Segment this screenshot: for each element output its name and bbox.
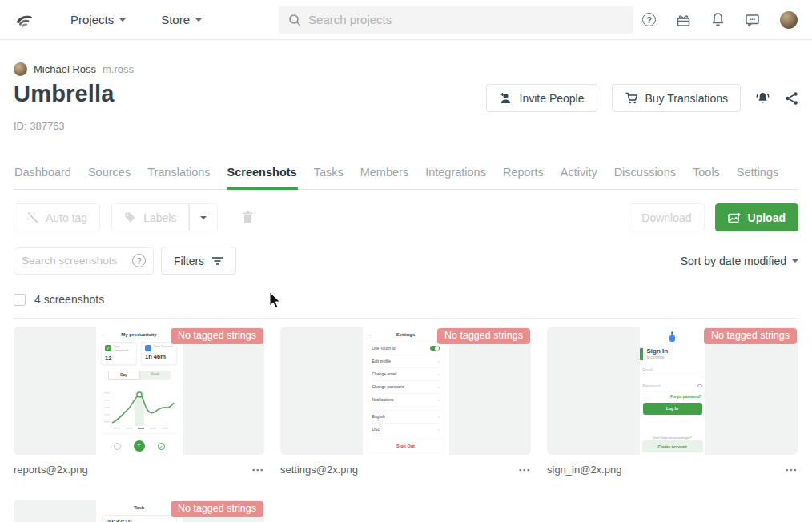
- tab-tasks[interactable]: Tasks: [313, 159, 344, 190]
- screenshot-thumbnail[interactable]: Sign In to continue Email Password Forgo…: [547, 327, 798, 455]
- auto-tag-button[interactable]: Auto tag: [14, 203, 100, 231]
- more-options-button[interactable]: ⋯: [251, 466, 264, 474]
- delete-button[interactable]: [242, 211, 254, 224]
- person-add-icon: [499, 92, 513, 104]
- image-upload-icon: [728, 212, 741, 223]
- done-icon: ✓: [158, 443, 165, 450]
- select-all-checkbox[interactable]: [14, 294, 26, 306]
- invite-people-button[interactable]: Invite People: [486, 84, 597, 112]
- status-badge: No tagged strings: [704, 328, 797, 344]
- upload-label: Upload: [748, 211, 786, 224]
- auto-tag-label: Auto tag: [46, 211, 87, 224]
- share-button[interactable]: [785, 91, 798, 106]
- check-icon: ✓: [105, 345, 111, 351]
- project-owner[interactable]: Michael Ross m.ross: [14, 62, 798, 76]
- filters-label: Filters: [174, 255, 204, 267]
- gift-icon: [676, 13, 691, 27]
- screenshots-count: 4 screenshots: [34, 293, 104, 306]
- user-avatar[interactable]: [780, 11, 798, 29]
- tab-members[interactable]: Members: [360, 159, 409, 190]
- add-icon: +: [134, 440, 145, 452]
- help-button[interactable]: ?: [642, 13, 656, 26]
- screenshot-card-signin: Sign In to continue Email Password Forgo…: [547, 327, 798, 476]
- page-title: Umbrella: [14, 81, 115, 107]
- project-tabs: Dashboard Sources Translations Screensho…: [14, 159, 798, 190]
- bell-ring-icon: [755, 90, 770, 106]
- sort-dropdown[interactable]: Sort by date modified: [681, 255, 798, 267]
- chat-icon: [745, 13, 760, 27]
- status-badge: No tagged strings: [171, 501, 263, 517]
- projects-search-box: [279, 6, 633, 34]
- tab-integrations[interactable]: Integrations: [424, 159, 487, 190]
- nav-projects-label: Projects: [70, 13, 114, 26]
- tab-tools[interactable]: Tools: [692, 159, 721, 190]
- screenshot-thumbnail[interactable]: ← My productivity ✓ Task Completed 12: [14, 327, 264, 455]
- messages-button[interactable]: [745, 13, 760, 27]
- screenshot-filename[interactable]: sign_in@2x.png: [547, 464, 621, 476]
- back-arrow-icon: ←: [102, 332, 107, 337]
- more-options-button[interactable]: ⋯: [518, 466, 531, 474]
- screenshot-thumbnail[interactable]: Task 00:32:10 › Mowe Project: [14, 500, 264, 522]
- screenshot-card-task: Task 00:32:10 › Mowe Project: [14, 500, 264, 522]
- trash-icon: [242, 211, 254, 224]
- search-help-icon[interactable]: ?: [132, 254, 146, 267]
- help-icon: ?: [642, 13, 656, 26]
- crowdin-logo-icon[interactable]: [14, 11, 35, 29]
- filter-icon: [211, 256, 223, 266]
- labels-button[interactable]: Labels: [111, 203, 189, 231]
- thumb-title: Settings: [396, 332, 416, 337]
- tab-dashboard[interactable]: Dashboard: [14, 159, 72, 190]
- tag-icon: [124, 211, 136, 223]
- tab-settings[interactable]: Settings: [736, 159, 779, 190]
- subscribe-notifications-button[interactable]: [755, 90, 770, 106]
- chevron-down-icon: [200, 216, 207, 219]
- owner-username: m.ross: [103, 63, 134, 75]
- thumb-title: Task: [134, 505, 144, 510]
- magic-wand-icon: [26, 211, 38, 223]
- sign-out-label: Sign Out: [368, 440, 444, 452]
- screenshot-thumbnail[interactable]: ← Settings Use Touch Id Edit profile› Ch…: [280, 327, 531, 455]
- labels-dropdown-button[interactable]: [189, 203, 218, 231]
- download-label: Download: [641, 211, 691, 224]
- buy-translations-button[interactable]: Buy Translations: [612, 84, 742, 112]
- notifications-button[interactable]: [711, 12, 725, 27]
- tab-discussions[interactable]: Discussions: [613, 159, 677, 190]
- invite-people-label: Invite People: [520, 92, 585, 105]
- nav-store-label: Store: [161, 13, 190, 26]
- buy-translations-label: Buy Translations: [645, 92, 729, 105]
- tab-reports[interactable]: Reports: [502, 159, 545, 190]
- owner-name: Michael Ross: [34, 63, 96, 75]
- nav-projects-menu[interactable]: Projects: [70, 13, 126, 26]
- status-badge: No tagged strings: [437, 328, 530, 344]
- screenshot-filename[interactable]: settings@2x.png: [280, 464, 358, 476]
- screenshots-grid: ← My productivity ✓ Task Completed 12: [14, 327, 798, 522]
- gift-button[interactable]: [676, 13, 691, 27]
- tab-activity[interactable]: Activity: [560, 159, 598, 190]
- labels-label: Labels: [143, 211, 176, 224]
- filters-button[interactable]: Filters: [161, 247, 236, 275]
- nav-store-menu[interactable]: Store: [161, 13, 202, 26]
- toggle-on-icon: [430, 346, 440, 351]
- chevron-down-icon: [195, 18, 202, 22]
- more-options-button[interactable]: ⋯: [785, 466, 798, 474]
- tab-translations[interactable]: Translations: [147, 159, 211, 190]
- projects-search-input[interactable]: [308, 13, 624, 26]
- download-button[interactable]: Download: [629, 203, 704, 231]
- project-id: ID: 387763: [14, 120, 798, 132]
- tab-screenshots[interactable]: Screenshots: [227, 159, 298, 190]
- chevron-down-icon: [119, 18, 126, 22]
- upload-button[interactable]: Upload: [715, 203, 798, 231]
- screenshot-card-settings: ← Settings Use Touch Id Edit profile› Ch…: [280, 327, 531, 476]
- mini-line-chart: [102, 385, 177, 433]
- share-icon: [785, 91, 798, 106]
- screenshot-filename[interactable]: reports@2x.png: [14, 464, 88, 476]
- back-arrow-icon: ←: [368, 332, 373, 337]
- thumb-title: My productivity: [121, 332, 156, 337]
- tab-sources[interactable]: Sources: [87, 159, 131, 190]
- status-badge: No tagged strings: [171, 328, 263, 344]
- sort-label: Sort by date modified: [681, 255, 786, 267]
- bell-icon: [711, 12, 725, 27]
- screenshots-search-input[interactable]: [22, 255, 127, 267]
- app-logo-icon: [640, 327, 705, 342]
- screenshots-search-box: ?: [14, 247, 154, 275]
